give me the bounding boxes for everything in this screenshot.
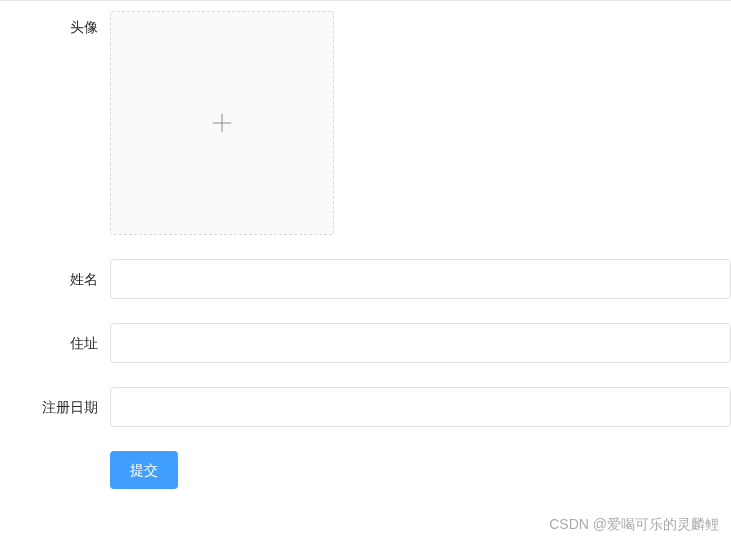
avatar-row: 头像 xyxy=(0,11,731,235)
user-form: 头像 姓名 住址 注册日期 提 xyxy=(0,1,731,489)
register-date-input[interactable] xyxy=(110,387,731,427)
register-date-label: 注册日期 xyxy=(24,387,110,427)
avatar-label: 头像 xyxy=(24,11,110,43)
address-row: 住址 xyxy=(0,323,731,363)
avatar-content xyxy=(110,11,731,235)
submit-row: 提交 xyxy=(0,451,731,489)
submit-button[interactable]: 提交 xyxy=(110,451,178,489)
name-label: 姓名 xyxy=(24,259,110,299)
avatar-upload[interactable] xyxy=(110,11,334,235)
name-input[interactable] xyxy=(110,259,731,299)
register-date-content xyxy=(110,387,731,427)
plus-icon xyxy=(208,109,236,137)
address-content xyxy=(110,323,731,363)
watermark: CSDN @爱喝可乐的灵麟鲤 xyxy=(549,516,719,534)
name-row: 姓名 xyxy=(0,259,731,299)
name-content xyxy=(110,259,731,299)
address-input[interactable] xyxy=(110,323,731,363)
address-label: 住址 xyxy=(24,323,110,363)
register-date-row: 注册日期 xyxy=(0,387,731,427)
